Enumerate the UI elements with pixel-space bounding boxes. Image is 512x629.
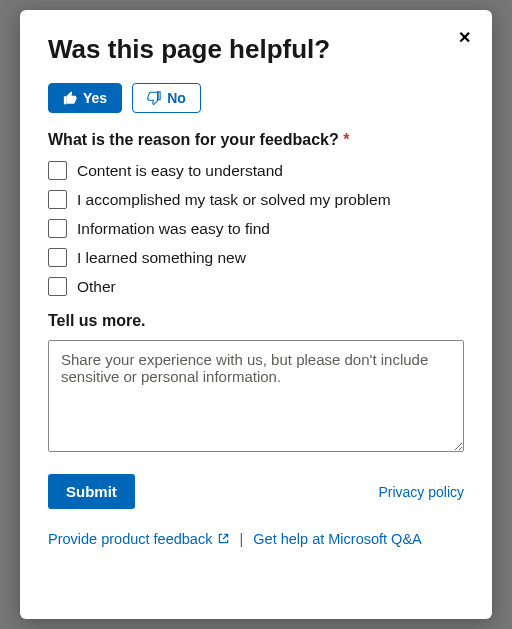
feedback-reason-question: What is the reason for your feedback? * xyxy=(48,131,464,149)
privacy-policy-link[interactable]: Privacy policy xyxy=(378,484,464,500)
checkbox-label: I accomplished my task or solved my prob… xyxy=(77,191,391,209)
checkbox-easy-find[interactable] xyxy=(48,219,67,238)
product-feedback-link[interactable]: Provide product feedback xyxy=(48,531,234,547)
checkbox-label: Other xyxy=(77,278,116,296)
checkbox-item: I learned something new xyxy=(48,248,464,267)
feedback-modal: ✕ Was this page helpful? Yes No What is … xyxy=(20,10,492,619)
checkbox-item: Information was easy to find xyxy=(48,219,464,238)
checkbox-list: Content is easy to understand I accompli… xyxy=(48,161,464,296)
modal-title: Was this page helpful? xyxy=(48,34,464,65)
checkbox-item: Content is easy to understand xyxy=(48,161,464,180)
yes-label: Yes xyxy=(83,90,107,106)
bottom-links: Provide product feedback | Get help at M… xyxy=(48,531,464,547)
close-button[interactable]: ✕ xyxy=(454,28,474,48)
footer-row: Submit Privacy policy xyxy=(48,474,464,509)
required-mark: * xyxy=(343,131,349,148)
no-button[interactable]: No xyxy=(132,83,201,113)
no-label: No xyxy=(167,90,186,106)
separator: | xyxy=(240,531,244,547)
checkbox-item: Other xyxy=(48,277,464,296)
thumb-up-icon xyxy=(63,91,77,105)
checkbox-accomplished-task[interactable] xyxy=(48,190,67,209)
thumb-down-icon xyxy=(147,91,161,105)
submit-button[interactable]: Submit xyxy=(48,474,135,509)
checkbox-other[interactable] xyxy=(48,277,67,296)
checkbox-easy-understand[interactable] xyxy=(48,161,67,180)
checkbox-label: Content is easy to understand xyxy=(77,162,283,180)
checkbox-label: I learned something new xyxy=(77,249,246,267)
vote-buttons: Yes No xyxy=(48,83,464,113)
checkbox-label: Information was easy to find xyxy=(77,220,270,238)
checkbox-item: I accomplished my task or solved my prob… xyxy=(48,190,464,209)
microsoft-qa-link[interactable]: Get help at Microsoft Q&A xyxy=(253,531,421,547)
tell-us-more-label: Tell us more. xyxy=(48,312,464,330)
external-link-icon xyxy=(218,531,229,542)
yes-button[interactable]: Yes xyxy=(48,83,122,113)
checkbox-learned-new[interactable] xyxy=(48,248,67,267)
feedback-textarea[interactable] xyxy=(48,340,464,452)
